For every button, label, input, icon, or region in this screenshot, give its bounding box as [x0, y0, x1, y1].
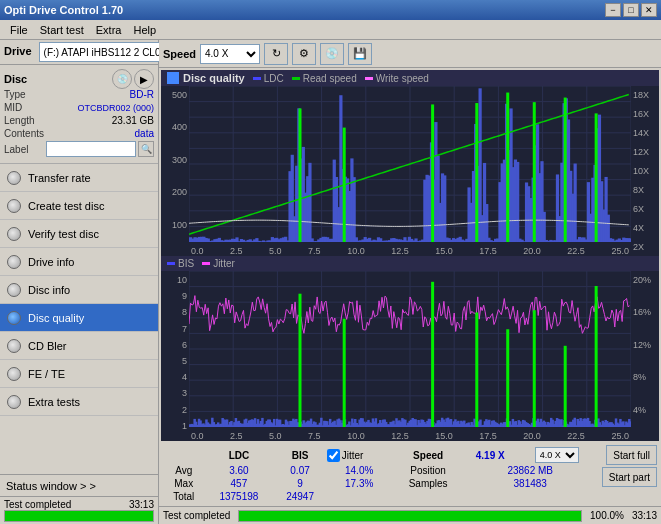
stats-avg-bis: 0.07	[275, 465, 324, 476]
bottom-status-bar: Test completed 100.0% 33:13	[159, 506, 661, 524]
stats-avg-row: Avg 3.60 0.07 14.0% Position 23862 MB	[165, 465, 596, 476]
save-button[interactable]: 💾	[348, 43, 372, 65]
upper-canvas-container: 0.02.55.07.510.012.515.017.520.022.525.0	[189, 86, 631, 256]
legend-ldc-dot	[253, 77, 261, 80]
sidebar-item-drive-info[interactable]: Drive info	[0, 248, 158, 276]
sidebar-item-cd-bler[interactable]: CD Bler	[0, 332, 158, 360]
stats-total-ldc: 1375198	[204, 491, 273, 502]
refresh-button[interactable]: ↻	[264, 43, 288, 65]
disc-quality-title: Disc quality	[183, 72, 245, 84]
disc-type-value: BD-R	[130, 89, 154, 100]
disc-icon2: ▶	[134, 69, 154, 89]
top-bar: Speed 4.0 X ↻ ⚙ 💿 💾	[159, 40, 661, 68]
main-layout: Drive (F:) ATAPI iHBS112 2 CL0K ⏏ Disc 💿…	[0, 40, 661, 524]
legend-ldc-label: LDC	[264, 73, 284, 84]
stats-total-label: Total	[165, 491, 202, 502]
cd-bler-icon	[6, 338, 22, 354]
sidebar-item-disc-quality[interactable]: Disc quality	[0, 304, 158, 332]
stats-max-row: Max 457 9 17.3% Samples 381483	[165, 478, 596, 489]
legend-read-dot	[292, 77, 300, 80]
stats-avg-label: Avg	[165, 465, 202, 476]
legend-write: Write speed	[365, 73, 429, 84]
extra-tests-icon	[6, 394, 22, 410]
sidebar-item-disc-info[interactable]: Disc info	[0, 276, 158, 304]
lower-chart-canvas	[189, 271, 631, 427]
stats-max-ldc: 457	[204, 478, 273, 489]
stats-col-ldc: LDC	[204, 447, 273, 463]
disc-label-input[interactable]	[46, 141, 136, 157]
disc-label-label: Label	[4, 144, 28, 155]
stats-table-container: LDC BIS Jitter Speed 4.19 X	[163, 445, 598, 504]
disc-label-row: Label 🔍	[4, 141, 154, 157]
stats-total-row: Total 1375198 24947	[165, 491, 596, 502]
stats-header-row: LDC BIS Jitter Speed 4.19 X	[165, 447, 596, 463]
sidebar-item-extra-tests[interactable]: Extra tests	[0, 388, 158, 416]
stats-speed-select[interactable]: 4.0 X	[535, 447, 579, 463]
charts-container: Disc quality LDC Read speed Write speed	[161, 70, 659, 441]
bottom-status-text: Test completed	[163, 510, 230, 521]
stats-area: LDC BIS Jitter Speed 4.19 X	[159, 443, 661, 506]
disc-label-button[interactable]: 🔍	[138, 141, 154, 157]
lower-y-left: 10 9 8 7 6 5 4 3 2 1	[161, 271, 189, 441]
app-title: Opti Drive Control 1.70	[4, 4, 123, 16]
bottom-progress-pct: 100.0%	[590, 510, 624, 521]
stats-max-jitter: 17.3%	[327, 478, 392, 489]
sidebar: Drive (F:) ATAPI iHBS112 2 CL0K ⏏ Disc 💿…	[0, 40, 159, 524]
stats-avg-ldc: 3.60	[204, 465, 273, 476]
nav-section: Transfer rate Create test disc Verify te…	[0, 164, 158, 474]
lower-chart-area: 10 9 8 7 6 5 4 3 2 1 0.02.5	[161, 271, 659, 441]
sidebar-item-create-test-disc[interactable]: Create test disc	[0, 192, 158, 220]
disc-length-label: Length	[4, 115, 35, 126]
legend-ldc: LDC	[253, 73, 284, 84]
sidebar-item-transfer-rate[interactable]: Transfer rate	[0, 164, 158, 192]
speed-select[interactable]: 4.0 X	[200, 44, 260, 64]
window-controls: − □ ✕	[605, 3, 657, 17]
disc-info-icon	[6, 282, 22, 298]
bottom-progress-fill	[239, 511, 581, 521]
disc-section-title: Disc	[4, 73, 27, 85]
start-full-button[interactable]: Start full	[606, 445, 657, 465]
upper-x-labels: 0.02.55.07.510.012.515.017.520.022.525.0	[189, 246, 631, 256]
menu-file[interactable]: File	[4, 22, 34, 38]
lower-canvas-container: 0.02.55.07.510.012.515.017.520.022.525.0	[189, 271, 631, 441]
menu-extra[interactable]: Extra	[90, 22, 128, 38]
status-text: Test completed	[4, 499, 71, 510]
stats-col-jitter-check: Jitter	[327, 447, 392, 463]
maximize-button[interactable]: □	[623, 3, 639, 17]
content-area: Speed 4.0 X ↻ ⚙ 💿 💾 Disc quality LDC	[159, 40, 661, 524]
stats-col-speed-label: Speed	[394, 447, 463, 463]
disc-type-label: Type	[4, 89, 26, 100]
status-window-nav[interactable]: Status window > >	[0, 475, 158, 497]
lower-y-right: 20% 16% 12% 8% 4%	[631, 271, 659, 441]
jitter-checkbox[interactable]	[327, 449, 340, 462]
disc-mid-value: OTCBDR002 (000)	[77, 103, 154, 113]
upper-y-right: 18X 16X 14X 12X 10X 8X 6X 4X 2X	[631, 86, 659, 256]
start-part-button[interactable]: Start part	[602, 467, 657, 487]
drive-section: Drive (F:) ATAPI iHBS112 2 CL0K ⏏	[0, 40, 158, 65]
menu-start-test[interactable]: Start test	[34, 22, 90, 38]
menu-help[interactable]: Help	[127, 22, 162, 38]
legend-read: Read speed	[292, 73, 357, 84]
stats-position-val: 23862 MB	[465, 465, 596, 476]
sidebar-item-verify-test-disc[interactable]: Verify test disc	[0, 220, 158, 248]
minimize-button[interactable]: −	[605, 3, 621, 17]
stats-max-label: Max	[165, 478, 202, 489]
stats-row: LDC BIS Jitter Speed 4.19 X	[163, 445, 657, 504]
bottom-progress-bar	[238, 510, 582, 522]
legend-jitter: Jitter	[202, 258, 235, 269]
dq-header-icon	[167, 72, 179, 84]
disc-contents-row: Contents data	[4, 128, 154, 139]
lower-chart-header: BIS Jitter	[161, 256, 659, 271]
menu-bar: File Start test Extra Help	[0, 20, 661, 40]
legend-jitter-label: Jitter	[213, 258, 235, 269]
close-button[interactable]: ✕	[641, 3, 657, 17]
stats-col-speed-val: 4.19 X	[465, 447, 516, 463]
disc-button[interactable]: 💿	[320, 43, 344, 65]
legend-write-label: Write speed	[376, 73, 429, 84]
stats-col-speed-select: 4.0 X	[518, 447, 596, 463]
disc-length-value: 23.31 GB	[112, 115, 154, 126]
verify-test-disc-icon	[6, 226, 22, 242]
settings-button[interactable]: ⚙	[292, 43, 316, 65]
sidebar-item-fe-te[interactable]: FE / TE	[0, 360, 158, 388]
legend-read-label: Read speed	[303, 73, 357, 84]
